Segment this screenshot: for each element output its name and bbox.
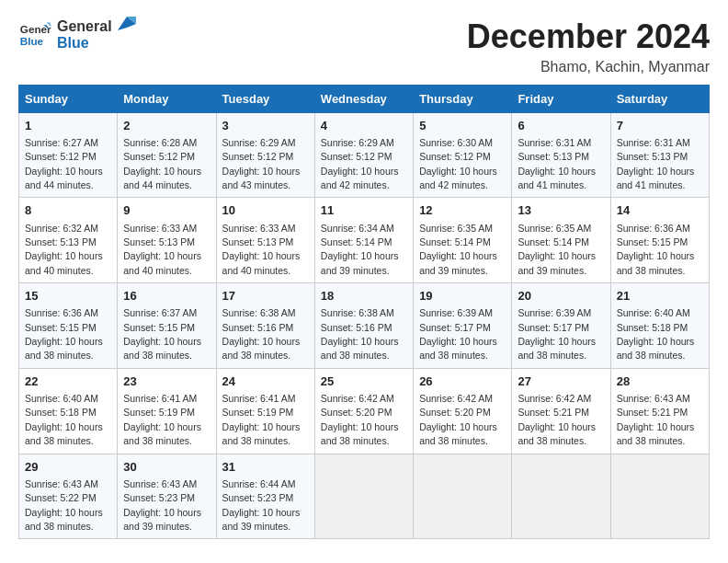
calendar-cell: 26Sunrise: 6:42 AMSunset: 5:20 PMDayligh… [414,368,512,454]
day-detail: Sunrise: 6:43 AMSunset: 5:22 PMDaylight:… [25,478,103,532]
calendar-cell: 17Sunrise: 6:38 AMSunset: 5:16 PMDayligh… [216,283,314,369]
day-detail: Sunrise: 6:43 AMSunset: 5:21 PMDaylight:… [617,393,695,446]
day-number: 1 [25,118,111,134]
calendar-cell [512,454,610,539]
day-number: 23 [123,373,210,390]
day-detail: Sunrise: 6:35 AMSunset: 5:14 PMDaylight:… [518,223,596,276]
calendar-cell: 1Sunrise: 6:27 AMSunset: 5:12 PMDaylight… [19,112,118,198]
svg-text:General: General [20,23,51,35]
column-header-tuesday: Tuesday [216,85,314,112]
calendar-cell: 14Sunrise: 6:36 AMSunset: 5:15 PMDayligh… [610,198,709,283]
title-block: December 2024 Bhamo, Kachin, Myanmar [467,18,710,75]
calendar-week-row: 1Sunrise: 6:27 AMSunset: 5:12 PMDaylight… [19,112,710,198]
calendar-cell: 13Sunrise: 6:35 AMSunset: 5:14 PMDayligh… [512,198,610,283]
calendar-cell: 5Sunrise: 6:30 AMSunset: 5:12 PMDaylight… [414,112,512,198]
calendar-cell [414,454,512,539]
day-number: 21 [617,288,703,304]
day-detail: Sunrise: 6:42 AMSunset: 5:20 PMDaylight:… [419,393,497,446]
day-number: 28 [617,373,703,390]
day-detail: Sunrise: 6:34 AMSunset: 5:14 PMDaylight:… [321,223,399,276]
calendar-cell: 30Sunrise: 6:43 AMSunset: 5:23 PMDayligh… [118,454,216,539]
day-detail: Sunrise: 6:35 AMSunset: 5:14 PMDaylight:… [419,223,497,276]
location-title: Bhamo, Kachin, Myanmar [467,59,710,75]
day-detail: Sunrise: 6:41 AMSunset: 5:19 PMDaylight:… [123,393,201,446]
calendar-cell: 4Sunrise: 6:29 AMSunset: 5:12 PMDaylight… [314,112,413,198]
day-number: 22 [25,373,111,390]
day-detail: Sunrise: 6:30 AMSunset: 5:12 PMDaylight:… [419,137,497,190]
day-number: 7 [617,118,703,134]
calendar-cell: 27Sunrise: 6:42 AMSunset: 5:21 PMDayligh… [512,368,610,454]
day-number: 9 [123,202,210,219]
calendar-cell: 12Sunrise: 6:35 AMSunset: 5:14 PMDayligh… [414,198,512,283]
calendar-header-row: SundayMondayTuesdayWednesdayThursdayFrid… [19,85,710,112]
day-number: 3 [222,118,309,134]
day-detail: Sunrise: 6:36 AMSunset: 5:15 PMDaylight:… [25,307,103,361]
day-number: 4 [321,118,407,134]
calendar-cell: 20Sunrise: 6:39 AMSunset: 5:17 PMDayligh… [512,283,610,369]
logo-line2: Blue [57,35,112,52]
column-header-thursday: Thursday [414,85,512,112]
day-number: 8 [25,202,111,219]
day-detail: Sunrise: 6:33 AMSunset: 5:13 PMDaylight:… [123,223,201,276]
calendar-cell: 29Sunrise: 6:43 AMSunset: 5:22 PMDayligh… [19,454,118,539]
column-header-friday: Friday [512,85,610,112]
day-detail: Sunrise: 6:43 AMSunset: 5:23 PMDaylight:… [123,478,201,532]
day-number: 14 [617,202,703,219]
day-detail: Sunrise: 6:40 AMSunset: 5:18 PMDaylight:… [617,307,695,361]
day-detail: Sunrise: 6:40 AMSunset: 5:18 PMDaylight:… [25,393,103,446]
calendar-cell: 10Sunrise: 6:33 AMSunset: 5:13 PMDayligh… [216,198,314,283]
day-number: 30 [123,459,210,476]
column-header-monday: Monday [118,85,216,112]
logo-icon: General Blue [18,18,51,52]
day-number: 10 [222,202,309,219]
day-detail: Sunrise: 6:28 AMSunset: 5:12 PMDaylight:… [123,137,201,190]
calendar-cell: 2Sunrise: 6:28 AMSunset: 5:12 PMDaylight… [118,112,216,198]
svg-text:Blue: Blue [20,35,44,47]
day-number: 12 [419,202,506,219]
day-number: 19 [419,288,506,304]
logo-line1: General [57,18,112,35]
calendar-cell: 3Sunrise: 6:29 AMSunset: 5:12 PMDaylight… [216,112,314,198]
day-number: 29 [25,459,111,476]
calendar-cell: 19Sunrise: 6:39 AMSunset: 5:17 PMDayligh… [414,283,512,369]
calendar-cell: 25Sunrise: 6:42 AMSunset: 5:20 PMDayligh… [314,368,413,454]
day-detail: Sunrise: 6:32 AMSunset: 5:13 PMDaylight:… [25,223,103,276]
logo: General Blue General Blue [18,18,136,52]
day-detail: Sunrise: 6:38 AMSunset: 5:16 PMDaylight:… [222,307,301,361]
calendar-week-row: 15Sunrise: 6:36 AMSunset: 5:15 PMDayligh… [19,283,710,369]
day-detail: Sunrise: 6:27 AMSunset: 5:12 PMDaylight:… [25,137,103,190]
day-number: 31 [222,459,309,476]
page-header: General Blue General Blue December 2024 … [18,18,710,75]
day-number: 25 [321,373,407,390]
day-detail: Sunrise: 6:42 AMSunset: 5:20 PMDaylight:… [321,393,399,446]
day-number: 2 [123,118,210,134]
calendar-cell: 31Sunrise: 6:44 AMSunset: 5:23 PMDayligh… [216,454,314,539]
calendar-cell: 28Sunrise: 6:43 AMSunset: 5:21 PMDayligh… [610,368,709,454]
day-number: 17 [222,288,309,304]
day-detail: Sunrise: 6:39 AMSunset: 5:17 PMDaylight:… [419,307,497,361]
day-number: 13 [518,202,604,219]
calendar-cell: 8Sunrise: 6:32 AMSunset: 5:13 PMDaylight… [19,198,118,283]
calendar-cell [610,454,709,539]
day-number: 5 [419,118,506,134]
day-number: 18 [321,288,407,304]
day-detail: Sunrise: 6:31 AMSunset: 5:13 PMDaylight:… [518,137,596,190]
day-detail: Sunrise: 6:33 AMSunset: 5:13 PMDaylight:… [222,223,301,276]
calendar-cell [314,454,413,539]
day-number: 16 [123,288,210,304]
day-detail: Sunrise: 6:38 AMSunset: 5:16 PMDaylight:… [321,307,399,361]
calendar-cell: 9Sunrise: 6:33 AMSunset: 5:13 PMDaylight… [118,198,216,283]
day-number: 24 [222,373,309,390]
day-number: 6 [518,118,604,134]
day-detail: Sunrise: 6:29 AMSunset: 5:12 PMDaylight:… [222,137,301,190]
calendar-cell: 18Sunrise: 6:38 AMSunset: 5:16 PMDayligh… [314,283,413,369]
day-detail: Sunrise: 6:39 AMSunset: 5:17 PMDaylight:… [518,307,596,361]
calendar-cell: 22Sunrise: 6:40 AMSunset: 5:18 PMDayligh… [19,368,118,454]
column-header-wednesday: Wednesday [314,85,413,112]
day-number: 15 [25,288,111,304]
calendar-week-row: 22Sunrise: 6:40 AMSunset: 5:18 PMDayligh… [19,368,710,454]
day-detail: Sunrise: 6:36 AMSunset: 5:15 PMDaylight:… [617,223,695,276]
calendar-cell: 7Sunrise: 6:31 AMSunset: 5:13 PMDaylight… [610,112,709,198]
column-header-saturday: Saturday [610,85,709,112]
calendar-cell: 21Sunrise: 6:40 AMSunset: 5:18 PMDayligh… [610,283,709,369]
